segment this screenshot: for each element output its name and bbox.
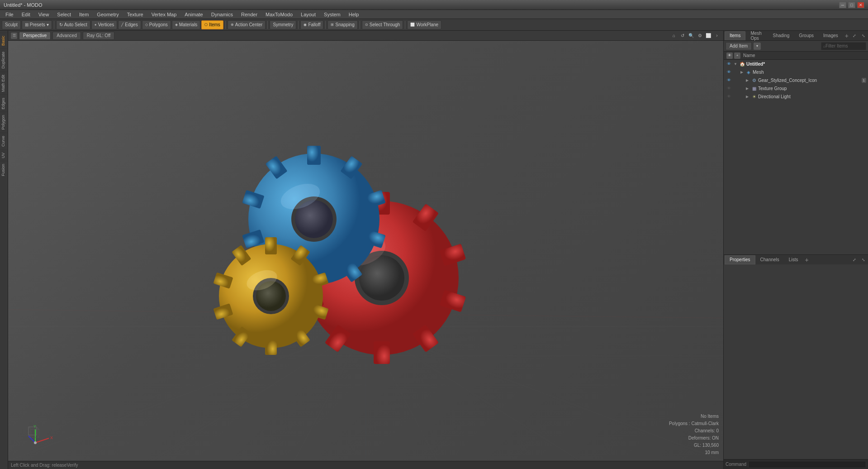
svg-point-60 xyxy=(34,441,37,444)
menu-vertex-map[interactable]: Vertex Map xyxy=(148,11,180,18)
menu-select[interactable]: Select xyxy=(53,11,75,18)
texture-visibility-icon[interactable]: 👁 xyxy=(726,85,732,91)
maximize-button[interactable]: □ xyxy=(848,2,855,8)
bottom-expand-icon[interactable]: ⤢ xyxy=(851,256,858,263)
menu-view[interactable]: View xyxy=(35,11,53,18)
sidebar-tab-basic[interactable]: Basic xyxy=(0,33,8,48)
action-center-button[interactable]: ⊕ Action Center xyxy=(228,20,266,29)
rpanel-tab-items[interactable]: Items xyxy=(725,31,745,40)
symmetry-button[interactable]: Symmetry xyxy=(270,20,296,29)
workplane-button[interactable]: ⬜ WorkPlane xyxy=(407,20,441,29)
viewport-home-icon[interactable]: ⌂ xyxy=(670,32,678,39)
mesh-visibility-icon[interactable]: 👁 xyxy=(726,69,732,75)
rpanel-tab-shading[interactable]: Shading xyxy=(768,31,794,40)
edges-button[interactable]: ╱ Edges xyxy=(118,20,141,29)
action-center-label: Action Center xyxy=(235,22,263,27)
lock-col-icon[interactable]: + xyxy=(734,53,740,59)
menu-help[interactable]: Help xyxy=(345,11,363,18)
close-button[interactable]: ✕ xyxy=(857,2,864,8)
unit-status: 10 mm xyxy=(669,449,719,456)
rpanel-tab-groups[interactable]: Groups xyxy=(794,31,818,40)
viewport-search-icon[interactable]: 🔍 xyxy=(688,32,695,39)
menu-animate[interactable]: Animate xyxy=(181,11,206,18)
mesh-icon: ◈ xyxy=(745,69,752,75)
rpanel-tab-add[interactable]: + xyxy=(843,31,850,40)
falloff-button[interactable]: ◉ Falloff xyxy=(300,20,323,29)
gear-expand-icon[interactable]: ▶ xyxy=(745,77,750,83)
item-row-texture-group[interactable]: 👁 ▶ ▦ Texture Group xyxy=(724,84,868,92)
texture-expand-icon[interactable]: ▶ xyxy=(745,86,750,91)
polygons-button[interactable]: ◇ Polygons xyxy=(142,20,171,29)
bottom-collapse-icon[interactable]: ⤡ xyxy=(860,256,867,263)
items-button[interactable]: ⬡ Items xyxy=(201,20,223,29)
left-sidebar-tabs: Basic Duplicate Math Edit Edges Polygon … xyxy=(0,31,8,469)
menu-layout[interactable]: Layout xyxy=(297,11,319,18)
gl-status: GL: 130,560 xyxy=(669,442,719,449)
gear-visibility-icon[interactable]: 👁 xyxy=(726,77,732,83)
sculpt-label: Sculpt xyxy=(5,22,18,27)
command-input[interactable] xyxy=(748,461,866,468)
rpanel-tab-mesh-ops[interactable]: Mesh Ops xyxy=(746,31,768,40)
sidebar-tab-fusion[interactable]: Fusion xyxy=(0,161,8,179)
vertices-button[interactable]: ● Vertices xyxy=(91,20,117,29)
minimize-button[interactable]: ─ xyxy=(839,2,846,8)
item-row-directional-light[interactable]: 👁 ▶ ☀ Directional Light xyxy=(724,92,868,100)
presets-button[interactable]: ⊞ Presets ▾ xyxy=(22,20,52,29)
viewport-chevron-icon[interactable]: › xyxy=(713,32,721,39)
menu-edit[interactable]: Edit xyxy=(18,11,34,18)
add-item-button[interactable]: Add Item xyxy=(726,42,752,50)
viewport-settings-icon[interactable]: ⚙ xyxy=(696,32,703,39)
presets-dropdown-icon: ▾ xyxy=(47,22,49,27)
perspective-label: Perspective xyxy=(23,33,47,38)
rpanel-collapse-icon[interactable]: ⤡ xyxy=(860,32,867,39)
sidebar-tab-uv[interactable]: UV xyxy=(0,149,8,161)
menu-file[interactable]: File xyxy=(2,11,17,18)
select-through-button[interactable]: ⊙ Select Through xyxy=(362,20,403,29)
untitled-visibility-icon[interactable]: 👁 xyxy=(726,61,732,67)
viewport-ray-gl-tab[interactable]: Ray GL: Off xyxy=(83,32,115,40)
light-visibility-icon[interactable]: 👁 xyxy=(726,93,732,100)
viewport-advanced-tab[interactable]: Advanced xyxy=(52,32,81,40)
item-row-gear[interactable]: 👁 ▶ ⚙ Gear_Stylized_Concept_Icon 1 xyxy=(724,76,868,84)
sidebar-tab-polygon[interactable]: Polygon xyxy=(0,112,8,133)
item-row-untitled[interactable]: 👁 ▼ 🏠 Untitled* xyxy=(724,60,868,68)
add-item-dropdown[interactable]: ▾ xyxy=(754,43,761,50)
mesh-expand-icon[interactable]: ▶ xyxy=(739,69,745,75)
viewport-expand-icon[interactable]: ⬜ xyxy=(705,32,712,39)
bottom-tab-lists[interactable]: Lists xyxy=(784,255,803,264)
viewport-status-info: No Items Polygons : Catmull-Clark Channe… xyxy=(669,413,719,456)
menu-render[interactable]: Render xyxy=(237,11,261,18)
untitled-expand-icon[interactable]: ▼ xyxy=(733,61,738,67)
bottom-tab-add[interactable]: + xyxy=(803,255,810,264)
bottom-tab-channels[interactable]: Channels xyxy=(756,255,784,264)
rpanel-tab-images[interactable]: Images xyxy=(819,31,843,40)
menu-dynamics[interactable]: Dynamics xyxy=(208,11,237,18)
menu-texture[interactable]: Texture xyxy=(123,11,147,18)
command-bar: Command xyxy=(724,459,868,469)
menu-maxtomodo[interactable]: MaxToModo xyxy=(262,11,296,18)
light-expand-icon[interactable]: ▶ xyxy=(745,94,750,99)
materials-button[interactable]: ◈ Materials xyxy=(172,20,201,29)
snapping-button[interactable]: ⊞ Snapping xyxy=(327,20,357,29)
item-row-mesh[interactable]: 👁 ▶ ◈ Mesh xyxy=(724,68,868,76)
sidebar-tab-curve[interactable]: Curve xyxy=(0,133,8,149)
viewport-3d[interactable]: X Y Z xyxy=(8,41,723,461)
viewport-menu-btn[interactable]: ☰ xyxy=(11,33,17,39)
bottom-tab-properties[interactable]: Properties xyxy=(725,255,755,264)
visibility-col-icon[interactable]: 👁 xyxy=(726,53,733,59)
menu-geometry[interactable]: Geometry xyxy=(93,11,122,18)
viewport-bottom-bar: Left Click and Drag: releaseVerify xyxy=(8,461,723,469)
sidebar-tab-math-edit[interactable]: Math Edit xyxy=(0,72,8,95)
sculpt-tab[interactable]: Sculpt xyxy=(2,20,21,29)
menu-system[interactable]: System xyxy=(320,11,344,18)
sidebar-tab-duplicate[interactable]: Duplicate xyxy=(0,48,8,72)
sidebar-tab-edges[interactable]: Edges xyxy=(0,95,8,112)
menu-item[interactable]: Item xyxy=(76,11,92,18)
filter-items-field[interactable]: ⌕ Filter Items xyxy=(821,42,866,50)
auto-select-button[interactable]: ↻ Auto Select xyxy=(56,20,90,29)
rpanel-expand-icon[interactable]: ⤢ xyxy=(851,32,858,39)
viewport-refresh-icon[interactable]: ↺ xyxy=(679,32,686,39)
toolbar-sep-2 xyxy=(225,21,226,29)
viewport-perspective-tab[interactable]: Perspective xyxy=(19,32,51,40)
presets-icon: ⊞ xyxy=(25,22,28,27)
